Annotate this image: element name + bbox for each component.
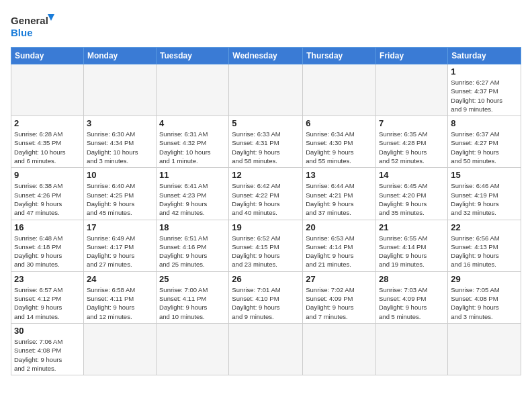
calendar-day-cell [376, 323, 448, 375]
calendar-week-row: 30Sunrise: 7:06 AM Sunset: 4:08 PM Dayli… [11, 323, 521, 375]
calendar-day-cell [157, 323, 229, 375]
calendar-day-cell: 2Sunrise: 6:28 AM Sunset: 4:35 PM Daylig… [11, 116, 84, 168]
calendar-day-cell [11, 64, 84, 116]
svg-text:Blue: Blue [11, 27, 33, 38]
day-info: Sunrise: 6:42 AM Sunset: 4:22 PM Dayligh… [232, 181, 300, 217]
calendar-header-day: Tuesday [157, 48, 229, 64]
calendar-day-cell: 20Sunrise: 6:53 AM Sunset: 4:14 PM Dayli… [303, 220, 376, 271]
calendar-day-cell: 4Sunrise: 6:31 AM Sunset: 4:32 PM Daylig… [157, 116, 229, 168]
day-info: Sunrise: 6:53 AM Sunset: 4:14 PM Dayligh… [306, 234, 373, 269]
calendar-day-cell [303, 64, 376, 116]
calendar-day-cell: 15Sunrise: 6:46 AM Sunset: 4:19 PM Dayli… [448, 168, 521, 220]
calendar-day-cell: 21Sunrise: 6:55 AM Sunset: 4:14 PM Dayli… [376, 220, 448, 271]
calendar-header-day: Friday [376, 48, 448, 64]
calendar-header-day: Saturday [448, 48, 521, 64]
day-number: 10 [87, 170, 153, 180]
day-number: 6 [306, 118, 373, 128]
calendar-day-cell: 6Sunrise: 6:34 AM Sunset: 4:30 PM Daylig… [303, 116, 376, 168]
calendar-header-row: SundayMondayTuesdayWednesdayThursdayFrid… [11, 48, 521, 64]
calendar-body: 1Sunrise: 6:27 AM Sunset: 4:37 PM Daylig… [11, 64, 521, 375]
day-info: Sunrise: 6:34 AM Sunset: 4:30 PM Dayligh… [306, 130, 373, 165]
calendar-day-cell: 12Sunrise: 6:42 AM Sunset: 4:22 PM Dayli… [229, 168, 303, 220]
calendar-day-cell: 13Sunrise: 6:44 AM Sunset: 4:21 PM Dayli… [303, 168, 376, 220]
calendar-week-row: 23Sunrise: 6:57 AM Sunset: 4:12 PM Dayli… [11, 271, 521, 323]
day-info: Sunrise: 6:30 AM Sunset: 4:34 PM Dayligh… [87, 130, 153, 165]
calendar-day-cell: 17Sunrise: 6:49 AM Sunset: 4:17 PM Dayli… [83, 220, 156, 271]
calendar-day-cell: 16Sunrise: 6:48 AM Sunset: 4:18 PM Dayli… [11, 220, 84, 271]
calendar-header-day: Thursday [303, 48, 376, 64]
day-info: Sunrise: 6:52 AM Sunset: 4:15 PM Dayligh… [232, 234, 300, 269]
calendar-header-day: Wednesday [229, 48, 303, 64]
day-info: Sunrise: 6:37 AM Sunset: 4:27 PM Dayligh… [451, 130, 518, 165]
calendar-day-cell [448, 323, 521, 375]
calendar-day-cell: 9Sunrise: 6:38 AM Sunset: 4:26 PM Daylig… [11, 168, 84, 220]
calendar-day-cell: 7Sunrise: 6:35 AM Sunset: 4:28 PM Daylig… [376, 116, 448, 168]
calendar-day-cell: 3Sunrise: 6:30 AM Sunset: 4:34 PM Daylig… [83, 116, 156, 168]
calendar-week-row: 9Sunrise: 6:38 AM Sunset: 4:26 PM Daylig… [11, 168, 521, 220]
day-number: 9 [14, 170, 81, 180]
calendar-day-cell: 10Sunrise: 6:40 AM Sunset: 4:25 PM Dayli… [83, 168, 156, 220]
day-info: Sunrise: 7:03 AM Sunset: 4:09 PM Dayligh… [379, 285, 445, 321]
day-info: Sunrise: 7:01 AM Sunset: 4:10 PM Dayligh… [232, 285, 300, 321]
day-info: Sunrise: 6:33 AM Sunset: 4:31 PM Dayligh… [232, 130, 300, 165]
day-number: 27 [306, 274, 373, 284]
day-number: 28 [379, 274, 445, 284]
day-number: 19 [232, 222, 300, 232]
day-info: Sunrise: 7:05 AM Sunset: 4:08 PM Dayligh… [451, 285, 518, 321]
calendar-day-cell [83, 323, 156, 375]
calendar-day-cell: 1Sunrise: 6:27 AM Sunset: 4:37 PM Daylig… [448, 64, 521, 116]
calendar-day-cell: 11Sunrise: 6:41 AM Sunset: 4:23 PM Dayli… [157, 168, 229, 220]
day-number: 29 [451, 274, 518, 284]
day-info: Sunrise: 6:27 AM Sunset: 4:37 PM Dayligh… [451, 78, 518, 113]
day-info: Sunrise: 6:57 AM Sunset: 4:12 PM Dayligh… [14, 285, 81, 321]
calendar-day-cell: 23Sunrise: 6:57 AM Sunset: 4:12 PM Dayli… [11, 271, 84, 323]
day-number: 1 [451, 66, 518, 77]
calendar-day-cell: 14Sunrise: 6:45 AM Sunset: 4:20 PM Dayli… [376, 168, 448, 220]
day-info: Sunrise: 6:55 AM Sunset: 4:14 PM Dayligh… [379, 234, 445, 269]
day-info: Sunrise: 6:46 AM Sunset: 4:19 PM Dayligh… [451, 181, 518, 217]
page: General Blue SundayMondayTuesdayWednesda… [0, 0, 532, 411]
svg-text:General: General [11, 15, 48, 26]
day-number: 25 [159, 274, 226, 284]
day-number: 20 [306, 222, 373, 232]
calendar-day-cell [157, 64, 229, 116]
calendar-day-cell [229, 323, 303, 375]
calendar-table: SundayMondayTuesdayWednesdayThursdayFrid… [11, 47, 521, 375]
calendar-day-cell: 24Sunrise: 6:58 AM Sunset: 4:11 PM Dayli… [83, 271, 156, 323]
day-number: 7 [379, 118, 445, 128]
day-number: 23 [14, 274, 81, 284]
calendar-day-cell: 5Sunrise: 6:33 AM Sunset: 4:31 PM Daylig… [229, 116, 303, 168]
day-info: Sunrise: 6:51 AM Sunset: 4:16 PM Dayligh… [159, 234, 226, 269]
calendar-day-cell: 26Sunrise: 7:01 AM Sunset: 4:10 PM Dayli… [229, 271, 303, 323]
day-info: Sunrise: 6:40 AM Sunset: 4:25 PM Dayligh… [87, 181, 153, 217]
calendar-week-row: 2Sunrise: 6:28 AM Sunset: 4:35 PM Daylig… [11, 116, 521, 168]
day-number: 15 [451, 170, 518, 180]
calendar-day-cell: 8Sunrise: 6:37 AM Sunset: 4:27 PM Daylig… [448, 116, 521, 168]
calendar-week-row: 1Sunrise: 6:27 AM Sunset: 4:37 PM Daylig… [11, 64, 521, 116]
calendar-week-row: 16Sunrise: 6:48 AM Sunset: 4:18 PM Dayli… [11, 220, 521, 271]
day-number: 18 [159, 222, 226, 232]
day-number: 30 [14, 326, 81, 336]
day-number: 21 [379, 222, 445, 232]
day-info: Sunrise: 6:44 AM Sunset: 4:21 PM Dayligh… [306, 181, 373, 217]
day-number: 4 [159, 118, 226, 128]
calendar-day-cell: 22Sunrise: 6:56 AM Sunset: 4:13 PM Dayli… [448, 220, 521, 271]
calendar-day-cell [376, 64, 448, 116]
day-number: 3 [87, 118, 153, 128]
calendar-day-cell: 28Sunrise: 7:03 AM Sunset: 4:09 PM Dayli… [376, 271, 448, 323]
day-number: 13 [306, 170, 373, 180]
generalblue-logo-icon: General Blue [11, 11, 58, 40]
day-info: Sunrise: 6:35 AM Sunset: 4:28 PM Dayligh… [379, 130, 445, 165]
day-info: Sunrise: 6:56 AM Sunset: 4:13 PM Dayligh… [451, 234, 518, 269]
calendar-day-cell: 18Sunrise: 6:51 AM Sunset: 4:16 PM Dayli… [157, 220, 229, 271]
day-number: 17 [87, 222, 153, 232]
calendar-day-cell: 25Sunrise: 7:00 AM Sunset: 4:11 PM Dayli… [157, 271, 229, 323]
calendar-day-cell [303, 323, 376, 375]
day-info: Sunrise: 6:45 AM Sunset: 4:20 PM Dayligh… [379, 181, 445, 217]
calendar-day-cell: 30Sunrise: 7:06 AM Sunset: 4:08 PM Dayli… [11, 323, 84, 375]
calendar-day-cell [229, 64, 303, 116]
day-info: Sunrise: 6:38 AM Sunset: 4:26 PM Dayligh… [14, 181, 81, 217]
day-number: 24 [87, 274, 153, 284]
day-number: 2 [14, 118, 81, 128]
day-number: 14 [379, 170, 445, 180]
